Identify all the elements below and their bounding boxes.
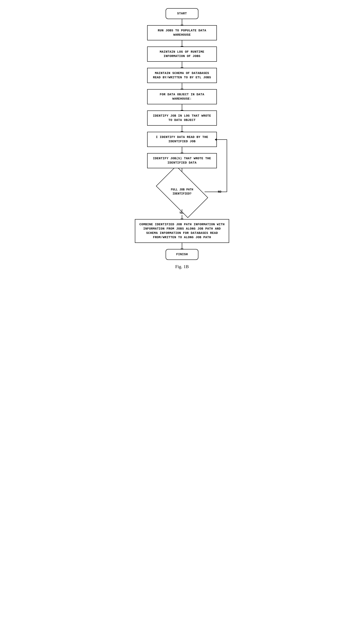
step3-node: MAINTAIN SCHEMA OF DATABASES READ BY/WRI… — [147, 68, 217, 83]
decision-wrapper: FULL JOB PATH IDENTIFIED? NO — [124, 174, 240, 209]
step1-label: RUN JOBS TO POPULATE DATA WAREHOUSE — [158, 29, 206, 37]
step6-label: I IDENTIFY DATA READ BY THE IDENTIFIED J… — [156, 136, 208, 143]
step7-node: IDENTIFY JOB(S) THAT WROTE THE IDENTIFIE… — [147, 153, 217, 168]
finish-label: FINISH — [176, 253, 188, 256]
decision-label: FULL JOB PATH IDENTIFIED? — [160, 188, 204, 196]
start-node: START — [166, 8, 198, 19]
loop-arrow-left — [215, 138, 217, 141]
finish-node: FINISH — [166, 249, 198, 260]
step4-label: FOR DATA OBJECT IN DATA WAREHOUSE: — [160, 93, 204, 101]
figure-label: Fig. 1B — [175, 264, 189, 269]
loop-right-horizontal — [204, 192, 227, 192]
step2-label: MAINTAIN LOG OF RUNTIME INFORMATION OF J… — [160, 50, 204, 58]
step5-label: IDENTIFY JOB IN LOG THAT WROTE TO DATA O… — [153, 114, 211, 122]
loop-right-vertical — [227, 140, 227, 192]
step3-label: MAINTAIN SCHEMA OF DATABASES READ BY/WRI… — [153, 72, 211, 79]
step7-label: IDENTIFY JOB(S) THAT WROTE THE IDENTIFIE… — [153, 157, 211, 164]
flowchart-diagram: START RUN JOBS TO POPULATE DATA WAREHOUS… — [124, 4, 240, 278]
loop-top-horizontal — [217, 140, 227, 140]
step1-node: RUN JOBS TO POPULATE DATA WAREHOUSE — [147, 25, 217, 40]
loop-section: I IDENTIFY DATA READ BY THE IDENTIFIED J… — [124, 132, 240, 209]
step5-node: IDENTIFY JOB IN LOG THAT WROTE TO DATA O… — [147, 110, 217, 126]
yes-connector-top — [182, 209, 182, 211]
step8-node: COMBINE IDENTIFIED JOB PATH INFORMATION … — [135, 219, 229, 243]
step8-label: COMBINE IDENTIFIED JOB PATH INFORMATION … — [139, 223, 225, 239]
decision-node: FULL JOB PATH IDENTIFIED? — [160, 178, 204, 206]
step6-node: I IDENTIFY DATA READ BY THE IDENTIFIED J… — [147, 132, 217, 147]
step4-node: FOR DATA OBJECT IN DATA WAREHOUSE: — [147, 89, 217, 104]
step2-node: MAINTAIN LOG OF RUNTIME INFORMATION OF J… — [147, 46, 217, 62]
start-label: START — [177, 12, 187, 15]
